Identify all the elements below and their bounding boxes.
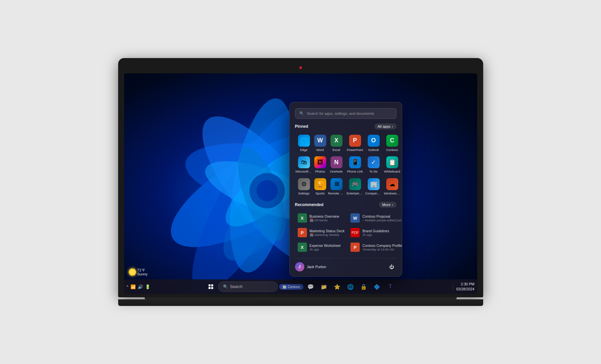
powerpoint-label: PowerPoint — [347, 148, 363, 152]
edge-label: Edge — [300, 148, 307, 152]
word-icon: W — [314, 135, 326, 147]
weather-text: 71°F Sunny — [137, 268, 148, 276]
app-powerpoint[interactable]: P PowerPoint — [346, 133, 364, 154]
phonelink-label: Phone Link — [347, 170, 363, 173]
rec-excel-icon-2: X — [298, 243, 307, 252]
taskbar-search[interactable]: 🔍 Search — [218, 281, 278, 292]
app-onenote[interactable]: N OneNote — [328, 154, 345, 175]
taskbar-center: 🔍 Search 🏢 Contoso 💬 📁 ⭐ 🌐 🔒 🔷 — [205, 281, 396, 293]
app-photos[interactable]: 🖼 Photos — [314, 154, 327, 175]
all-apps-button[interactable]: All apps › — [374, 123, 397, 129]
outlook-icon: O — [368, 135, 380, 147]
photos-label: Photos — [315, 170, 325, 173]
app-msstore[interactable]: 🛍 Microsoft Store — [295, 154, 313, 175]
app-whiteboard[interactable]: 📋 Whiteboard — [383, 154, 401, 175]
screen: 71°F Sunny 🔍 Search for apps, settings, … — [124, 73, 477, 294]
rec-contoso-sub: ↑ Multiple people edited just now — [362, 218, 402, 222]
wifi-icon[interactable]: 📶 — [130, 284, 136, 289]
edge-icon: 🌐 — [298, 135, 310, 147]
volume-icon[interactable]: 🔊 — [138, 284, 143, 289]
laptop-lid: 71°F Sunny 🔍 Search for apps, settings, … — [118, 58, 483, 297]
tb-app-4[interactable]: 🔒 — [358, 281, 370, 293]
rec-contoso-name: Contoso Proposal — [362, 214, 402, 218]
clock[interactable]: 2:30 PM 03/28/2024 — [456, 282, 474, 292]
sys-tray-area: ^ 📶 🔊 🔋 — [127, 284, 150, 289]
powerpoint-icon: P — [349, 135, 361, 147]
battery-icon[interactable]: 🔋 — [145, 284, 150, 289]
tb-app-5[interactable]: 🔷 — [371, 281, 383, 293]
whiteboard-icon: 📋 — [386, 156, 398, 168]
contoso-pill[interactable]: 🏢 Contoso — [279, 284, 303, 290]
taskbar: ^ 📶 🔊 🔋 — [124, 279, 477, 294]
tb-app-3[interactable]: ⭐ — [331, 281, 343, 293]
rec-expense[interactable]: X Expense Worksheet 4h ago — [295, 240, 347, 254]
app-sports[interactable]: 🏆 Sports — [314, 176, 327, 197]
clock-date: 03/28/2024 — [456, 287, 474, 292]
rec-expense-sub: 4h ago — [310, 248, 345, 251]
laptop-base — [118, 299, 483, 306]
sports-icon: 🏆 — [314, 178, 326, 190]
taskbar-right: 2:30 PM 03/28/2024 — [452, 282, 474, 292]
weather-desc: Sunny — [137, 272, 148, 276]
app-settings[interactable]: ⚙ Settings — [295, 176, 313, 197]
clock-time: 2:30 PM — [456, 282, 474, 287]
msstore-label: Microsoft Store — [296, 170, 312, 173]
rec-marketing[interactable]: P Marketing Status Deck 📅 Marketing Week… — [295, 226, 347, 240]
rec-expense-text: Expense Worksheet 4h ago — [310, 244, 345, 251]
rec-ppt-icon-2: P — [350, 243, 360, 252]
recommended-header: Recommended More › — [295, 202, 397, 208]
power-button[interactable]: ⏻ — [387, 262, 397, 272]
onenote-label: OneNote — [330, 170, 342, 173]
laptop: 71°F Sunny 🔍 Search for apps, settings, … — [118, 58, 483, 306]
rec-marketing-name: Marketing Status Deck — [310, 229, 345, 233]
rec-company-profile[interactable]: P Contoso Company Profile Yesterday at 1… — [348, 240, 402, 254]
tb-icon-5: 🔷 — [374, 284, 380, 290]
contoso-label: Contoso — [386, 148, 398, 152]
app-phonelink[interactable]: 📱 Phone Link — [346, 154, 364, 175]
app-contoso[interactable]: C Contoso — [383, 133, 401, 154]
remote-icon: 🖥 — [331, 178, 342, 190]
recommended-label: Recommended — [295, 202, 324, 207]
recommended-grid: X Business Overview 📅 All Hands W Contos… — [295, 211, 397, 254]
rec-brand[interactable]: PDF Brand Guidelines 2h ago — [348, 226, 402, 240]
app-excel[interactable]: X Excel — [328, 133, 345, 154]
settings-icon: ⚙ — [298, 178, 310, 190]
todo-icon: ✓ — [368, 156, 380, 168]
rec-ppt-icon-1: P — [298, 228, 307, 237]
more-button[interactable]: More › — [379, 202, 397, 208]
excel-icon: X — [331, 135, 342, 147]
weather-sun-icon — [129, 268, 136, 276]
svg-point-10 — [257, 180, 278, 201]
rec-biz-sub: 📅 All Hands — [310, 218, 345, 222]
rec-marketing-sub: 📅 Marketing Weekly — [310, 233, 345, 237]
tb-app-1[interactable]: 💬 — [305, 281, 317, 293]
app-portal[interactable]: 🏢 Company Portal — [365, 176, 383, 197]
contoso-icon-tb: 🏢 — [282, 285, 286, 289]
entertainment-label: Entertainment — [347, 191, 363, 195]
start-button[interactable] — [205, 281, 217, 293]
tb-app-edge[interactable]: 🌐 — [344, 281, 356, 293]
rec-contoso-text: Contoso Proposal ↑ Multiple people edite… — [362, 214, 402, 222]
rec-expense-name: Expense Worksheet — [310, 244, 345, 248]
tb-app-teams[interactable]: T — [384, 281, 396, 293]
app-edge[interactable]: 🌐 Edge — [295, 133, 313, 154]
app-remote[interactable]: 🖥 Remote Desktop — [328, 176, 345, 197]
settings-label: Settings — [298, 191, 309, 195]
user-info[interactable]: J Jack Purton — [295, 262, 326, 271]
app-365[interactable]: ☁ Windows 365 — [383, 176, 401, 197]
rec-biz-name: Business Overview — [310, 214, 345, 218]
rec-contoso-prop[interactable]: W Contoso Proposal ↑ Multiple people edi… — [348, 211, 402, 225]
w365-label: Windows 365 — [384, 191, 401, 195]
rec-brand-sub: 2h ago — [362, 233, 402, 237]
app-entertainment[interactable]: 🎮 Entertainment — [346, 176, 364, 197]
start-search-box[interactable]: 🔍 Search for apps, settings, and documen… — [295, 108, 397, 119]
user-bar: J Jack Purton ⏻ — [295, 258, 397, 272]
rec-marketing-text: Marketing Status Deck 📅 Marketing Weekly — [310, 229, 345, 237]
chevron-up-icon[interactable]: ^ — [127, 285, 128, 289]
tb-app-2[interactable]: 📁 — [318, 281, 330, 293]
app-word[interactable]: W Word — [314, 133, 327, 154]
rec-biz-overview[interactable]: X Business Overview 📅 All Hands — [295, 211, 347, 225]
app-todo[interactable]: ✓ To Do — [365, 154, 383, 175]
whiteboard-label: Whiteboard — [384, 170, 400, 173]
app-outlook[interactable]: O Outlook — [365, 133, 383, 154]
